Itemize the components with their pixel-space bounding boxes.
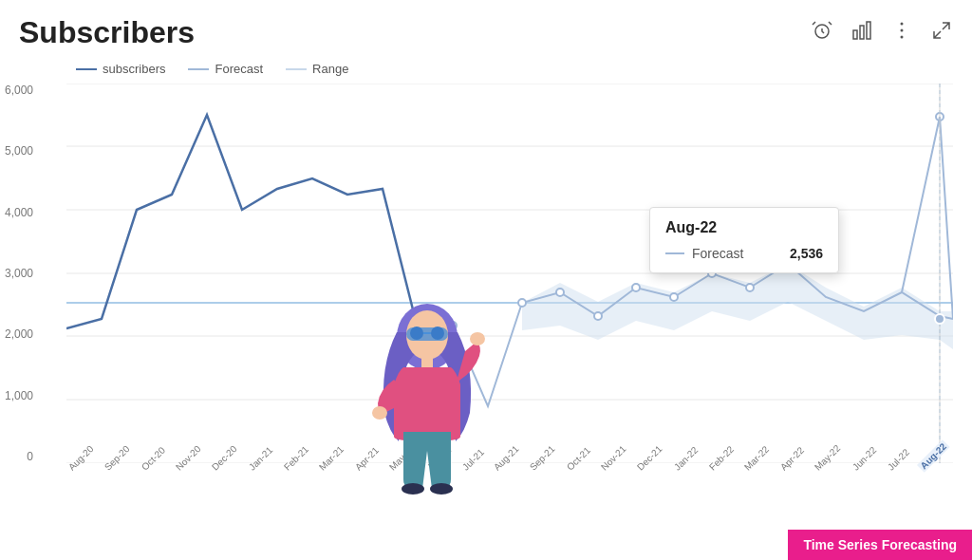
legend-color-range xyxy=(286,68,307,70)
legend-color-forecast xyxy=(188,68,209,70)
legend-item-range: Range xyxy=(286,62,348,76)
tooltip-row: Forecast 2,536 xyxy=(665,246,823,261)
svg-point-19 xyxy=(518,299,526,307)
svg-point-39 xyxy=(402,483,424,495)
alarm-icon[interactable] xyxy=(811,19,833,47)
y-label-4000: 4,000 xyxy=(5,206,33,219)
svg-rect-2 xyxy=(860,26,864,39)
svg-point-21 xyxy=(594,312,602,320)
legend-label-forecast: Forecast xyxy=(215,62,263,76)
svg-point-4 xyxy=(901,22,904,25)
shrink-icon[interactable] xyxy=(930,19,953,47)
svg-rect-36 xyxy=(421,358,433,367)
character-illustration xyxy=(351,280,503,508)
svg-point-25 xyxy=(746,284,754,291)
main-chart-svg: 2,536 xyxy=(66,84,953,463)
y-label-5000: 5,000 xyxy=(5,144,33,158)
svg-point-33 xyxy=(410,327,423,340)
bar-chart-icon[interactable] xyxy=(850,19,873,47)
legend: subscribers Forecast Range xyxy=(0,58,972,84)
legend-label-subscribers: subscribers xyxy=(103,62,165,76)
header: Subscribers xyxy=(0,0,972,58)
y-label-3000: 3,000 xyxy=(5,267,33,280)
svg-point-38 xyxy=(470,332,485,345)
legend-label-range: Range xyxy=(312,62,348,76)
svg-point-29 xyxy=(935,314,944,324)
y-label-1000: 1,000 xyxy=(5,389,33,402)
chart-container: Subscribers xyxy=(0,0,972,560)
svg-rect-3 xyxy=(867,22,870,39)
legend-item-subscribers: subscribers xyxy=(76,62,165,76)
header-icons xyxy=(811,19,953,47)
legend-color-subscribers xyxy=(76,68,97,70)
tooltip-legend-line xyxy=(665,252,684,254)
bottom-badge-text: Time Series Forecasting xyxy=(803,537,957,552)
more-icon[interactable] xyxy=(890,19,913,47)
x-axis: Aug-20 Sep-20 Oct-20 Nov-20 Dec-20 Jan-2… xyxy=(66,465,953,476)
svg-rect-1 xyxy=(853,30,857,39)
tooltip-date: Aug-22 xyxy=(665,219,823,236)
legend-item-forecast: Forecast xyxy=(188,62,263,76)
svg-point-22 xyxy=(632,284,640,291)
svg-point-40 xyxy=(430,483,453,495)
y-axis: 6,000 5,000 4,000 3,000 2,000 1,000 0 xyxy=(5,84,33,463)
tooltip-value: 2,536 xyxy=(790,246,823,261)
y-label-6000: 6,000 xyxy=(5,84,33,97)
svg-point-34 xyxy=(431,327,444,340)
svg-point-6 xyxy=(901,35,904,38)
tooltip-box: Aug-22 Forecast 2,536 xyxy=(649,207,839,273)
y-label-0: 0 xyxy=(27,450,33,463)
svg-point-23 xyxy=(670,293,678,301)
svg-point-20 xyxy=(556,289,564,296)
svg-point-37 xyxy=(372,406,387,420)
tooltip-label: Forecast xyxy=(692,246,743,261)
bottom-badge: Time Series Forecasting xyxy=(788,530,972,560)
chart-area: 6,000 5,000 4,000 3,000 2,000 1,000 0 2,… xyxy=(66,84,953,492)
svg-point-5 xyxy=(901,28,904,31)
y-label-2000: 2,000 xyxy=(5,327,33,341)
page-title: Subscribers xyxy=(19,15,195,50)
